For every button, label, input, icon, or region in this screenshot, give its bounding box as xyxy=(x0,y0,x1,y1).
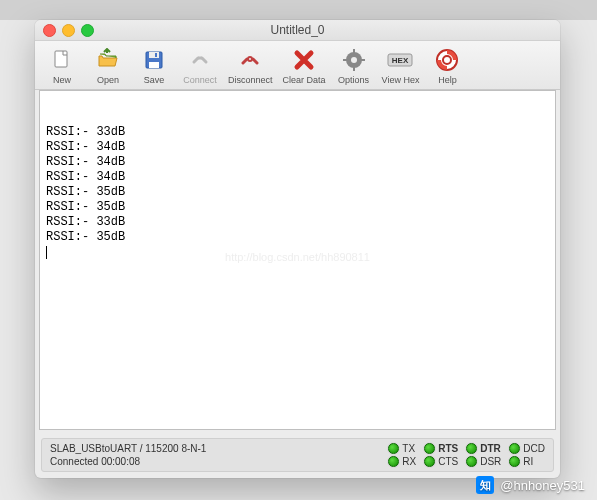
text-cursor xyxy=(46,246,47,259)
svg-point-6 xyxy=(248,57,252,61)
led-indicator-icon xyxy=(509,443,520,454)
led-label: DSR xyxy=(480,456,501,467)
gear-icon xyxy=(340,46,368,74)
led-label: DTR xyxy=(480,443,501,454)
svg-rect-10 xyxy=(353,67,355,71)
port-info: SLAB_USBtoUART / 115200 8-N-1 xyxy=(50,443,388,454)
led-label: DCD xyxy=(523,443,545,454)
save-disk-icon xyxy=(140,46,168,74)
svg-rect-2 xyxy=(149,52,159,58)
clear-x-icon xyxy=(290,46,318,74)
terminal-text: RSSI:- 33dB RSSI:- 34dB RSSI:- 34dB RSSI… xyxy=(46,125,549,245)
led-ri: RI xyxy=(509,456,545,467)
new-button[interactable]: New xyxy=(39,44,85,87)
titlebar: Untitled_0 xyxy=(35,20,560,41)
led-label: RI xyxy=(523,456,533,467)
led-panel: TXRTSDTRDCDRXCTSDSRRI xyxy=(388,443,545,467)
options-button[interactable]: Options xyxy=(331,44,377,87)
led-indicator-icon xyxy=(466,443,477,454)
svg-text:HEX: HEX xyxy=(392,56,409,65)
new-file-icon xyxy=(48,46,76,74)
connect-button[interactable]: Connect xyxy=(177,44,223,87)
view-hex-button[interactable]: HEX View Hex xyxy=(377,44,425,87)
led-dtr: DTR xyxy=(466,443,501,454)
status-bar: SLAB_USBtoUART / 115200 8-N-1 Connected … xyxy=(41,438,554,472)
watermark-text: http://blog.csdn.net/hh890811 xyxy=(225,250,370,265)
zoom-icon[interactable] xyxy=(81,24,94,37)
save-button[interactable]: Save xyxy=(131,44,177,87)
led-tx: TX xyxy=(388,443,416,454)
led-indicator-icon xyxy=(388,443,399,454)
led-label: CTS xyxy=(438,456,458,467)
zhihu-logo-icon: 知 xyxy=(476,476,494,494)
svg-rect-11 xyxy=(343,59,347,61)
svg-rect-12 xyxy=(361,59,365,61)
terminal-output[interactable]: RSSI:- 33dB RSSI:- 34dB RSSI:- 34dB RSSI… xyxy=(39,90,556,430)
led-cts: CTS xyxy=(424,456,458,467)
open-button[interactable]: Open xyxy=(85,44,131,87)
led-rts: RTS xyxy=(424,443,458,454)
minimize-icon[interactable] xyxy=(62,24,75,37)
led-indicator-icon xyxy=(424,443,435,454)
led-label: TX xyxy=(402,443,415,454)
connect-icon xyxy=(186,46,214,74)
help-lifebuoy-icon xyxy=(433,46,461,74)
svg-rect-9 xyxy=(353,49,355,53)
attribution-handle: @hnhoney531 xyxy=(500,478,585,493)
svg-rect-3 xyxy=(149,62,159,68)
close-icon[interactable] xyxy=(43,24,56,37)
svg-point-8 xyxy=(351,57,357,63)
clear-data-button[interactable]: Clear Data xyxy=(278,44,331,87)
led-indicator-icon xyxy=(509,456,520,467)
connection-time: Connected 00:00:08 xyxy=(50,456,388,467)
hex-icon: HEX xyxy=(386,46,414,74)
disconnect-button[interactable]: Disconnect xyxy=(223,44,278,87)
disconnect-icon xyxy=(236,46,264,74)
toolbar: New Open Save Connect Disconnect xyxy=(35,41,560,90)
led-label: RX xyxy=(402,456,416,467)
help-button[interactable]: Help xyxy=(424,44,470,87)
window-title: Untitled_0 xyxy=(35,23,560,37)
window-controls xyxy=(43,24,94,37)
svg-rect-4 xyxy=(155,53,157,57)
led-rx: RX xyxy=(388,456,416,467)
background-strip xyxy=(0,0,597,20)
svg-point-16 xyxy=(443,56,451,64)
open-folder-icon xyxy=(94,46,122,74)
attribution: 知 @hnhoney531 xyxy=(476,476,585,494)
led-indicator-icon xyxy=(466,456,477,467)
led-dcd: DCD xyxy=(509,443,545,454)
svg-rect-0 xyxy=(55,51,67,67)
app-window: Untitled_0 New Open Save Connect xyxy=(35,20,560,478)
led-indicator-icon xyxy=(388,456,399,467)
led-indicator-icon xyxy=(424,456,435,467)
led-label: RTS xyxy=(438,443,458,454)
led-dsr: DSR xyxy=(466,456,501,467)
